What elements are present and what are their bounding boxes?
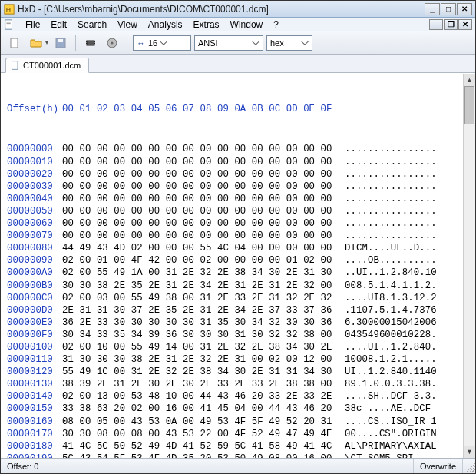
hex-row[interactable]: 0000014002 00 13 00 53 48 10 00 44 43 46… [7,390,475,403]
hex-row[interactable]: 0000008044 49 43 4D 02 00 00 00 55 4C 04… [7,242,475,254]
hex-row[interactable]: 000000E036 2E 33 30 30 30 30 30 31 35 30… [7,317,475,329]
hex-bytes-cell[interactable]: 36 2E 33 30 30 30 30 30 31 35 30 34 32 3… [62,317,345,329]
hex-bytes-cell[interactable]: 2E 31 31 30 37 2E 35 2E 31 2E 34 2E 37 3… [62,304,345,317]
hex-row[interactable]: 0000007000 00 00 00 00 00 00 00 00 00 00… [7,230,475,242]
hex-editor[interactable]: Offset(h) 00 01 02 03 04 05 06 07 08 09 … [1,73,475,458]
menu-edit[interactable]: Edit [46,18,71,31]
hex-row[interactable]: 0000016008 00 05 00 43 53 0A 00 49 53 4F… [7,416,475,428]
hex-bytes-cell[interactable]: 00 00 00 00 00 00 00 00 00 00 00 00 00 0… [62,205,345,217]
hex-row[interactable]: 0000002000 00 00 00 00 00 00 00 00 00 00… [7,168,475,181]
hex-bytes-cell[interactable]: 02 00 13 00 53 48 10 00 44 43 46 20 33 2… [62,390,345,403]
hex-bytes-cell[interactable]: 02 00 03 00 55 49 38 00 31 2E 33 2E 31 3… [62,292,345,304]
hex-bytes-cell[interactable]: 5C 43 54 5F 53 4F 4D 35 20 53 50 49 08 0… [62,452,345,458]
save-button[interactable] [51,35,70,51]
ascii-cell[interactable]: ................ [345,217,437,230]
scroll-thumb[interactable] [464,86,474,124]
hex-row[interactable]: 0000010002 00 10 00 55 49 14 00 31 2E 32… [7,341,475,353]
hex-bytes-cell[interactable]: 02 00 55 49 1A 00 31 2E 32 2E 38 34 30 2… [62,267,345,279]
charset-combo[interactable]: ANSI [194,35,263,51]
hex-bytes-cell[interactable]: 02 00 10 00 55 49 14 00 31 2E 32 2E 38 3… [62,341,345,353]
ascii-cell[interactable]: 00....CS".ORIGIN [345,428,437,440]
ascii-cell[interactable]: ....UI..1.2.840. [345,341,437,353]
hex-row[interactable]: 0000001000 00 00 00 00 00 00 00 00 00 00… [7,156,475,168]
mdi-close-button[interactable]: ✕ [458,19,472,30]
hex-bytes-cell[interactable]: 00 00 00 00 00 00 00 00 00 00 00 00 00 0… [62,193,345,205]
ascii-cell[interactable]: 008.5.1.4.1.1.2. [345,280,437,292]
ascii-cell[interactable]: 10008.1.2.1..... [345,353,437,366]
hex-row[interactable]: 0000005000 00 00 00 00 00 00 00 00 00 00… [7,205,475,217]
mdi-minimize-button[interactable]: _ [429,19,443,30]
new-button[interactable] [5,35,24,51]
menu-analysis[interactable]: Analysis [144,18,187,31]
hex-bytes-cell[interactable]: 00 00 00 00 00 00 00 00 00 00 00 00 00 0… [62,217,345,230]
hex-bytes-cell[interactable]: 00 00 00 00 00 00 00 00 00 00 00 00 00 0… [62,156,345,168]
hex-row[interactable]: 0000003000 00 00 00 00 00 00 00 00 00 00… [7,181,475,193]
dropdown-arrow-icon[interactable]: ▾ [45,39,48,46]
file-tab[interactable]: CT000001.dcm [5,58,89,73]
ascii-cell[interactable]: ....SH..DCF 3.3. [345,390,437,403]
hex-bytes-cell[interactable]: 00 00 00 00 00 00 00 00 00 00 00 00 00 0… [62,143,345,155]
hex-row[interactable]: 000000F030 34 33 35 34 39 36 30 30 30 31… [7,329,475,341]
scroll-down-icon[interactable]: ▼ [464,446,475,458]
ascii-cell[interactable]: AL\PRIMARY\AXIAL [345,440,437,452]
ascii-cell[interactable]: 043549600010228. [345,329,437,341]
resize-grip-icon[interactable] [463,460,475,472]
hex-row[interactable]: 0000015033 38 63 20 02 00 16 00 41 45 04… [7,403,475,415]
menu-window[interactable]: Window [226,18,268,31]
ascii-cell[interactable]: ................ [345,205,437,217]
hex-row[interactable]: 000000D02E 31 31 30 37 2E 35 2E 31 2E 34… [7,304,475,317]
hex-bytes-cell[interactable]: 30 30 08 00 08 00 43 53 22 00 4F 52 49 4… [62,428,345,440]
hex-row[interactable]: 0000013038 39 2E 31 2E 30 2E 30 2E 33 2E… [7,378,475,390]
vertical-scrollbar[interactable]: ▲ ▼ [463,74,475,458]
close-button[interactable]: ✕ [457,3,472,15]
hex-row[interactable]: 0000004000 00 00 00 00 00 00 00 00 00 00… [7,193,475,205]
ascii-cell[interactable]: 6.30000015042006 [345,317,437,329]
hex-bytes-cell[interactable]: 33 38 63 20 02 00 16 00 41 45 04 00 44 4… [62,403,345,415]
ascii-cell[interactable]: ................ [345,168,437,181]
hex-bytes-cell[interactable]: 31 30 30 30 38 2E 31 2E 32 2E 31 00 02 0… [62,353,345,366]
base-combo[interactable]: hex [266,35,312,51]
hex-bytes-cell[interactable]: 38 39 2E 31 2E 30 2E 30 2E 33 2E 33 2E 3… [62,378,345,390]
scroll-up-icon[interactable]: ▲ [464,74,475,86]
hex-row[interactable]: 000000C002 00 03 00 55 49 38 00 31 2E 33… [7,292,475,304]
ascii-cell[interactable]: ................ [345,181,437,193]
menu-file[interactable]: File [21,18,45,31]
hex-row[interactable]: 0000000000 00 00 00 00 00 00 00 00 00 00… [7,143,475,155]
hex-bytes-cell[interactable]: 55 49 1C 00 31 2E 32 2E 38 34 30 2E 31 3… [62,366,345,378]
hex-bytes-cell[interactable]: 00 00 00 00 00 00 00 00 00 00 00 00 00 0… [62,230,345,242]
hex-row[interactable]: 0000006000 00 00 00 00 00 00 00 00 00 00… [7,217,475,230]
open-button[interactable] [27,35,45,51]
ascii-cell[interactable]: ..UI..1.2.840.10 [345,267,437,279]
minimize-button[interactable]: _ [425,3,440,15]
mdi-restore-button[interactable]: ❐ [444,19,458,30]
ascii-cell[interactable]: ....CS..ISO_IR 1 [345,416,437,428]
open-disk-button[interactable] [103,35,121,51]
menu-extras[interactable]: Extras [189,18,224,31]
hex-bytes-cell[interactable]: 30 30 38 2E 35 2E 31 2E 34 2E 31 2E 31 2… [62,280,345,292]
hex-row[interactable]: 000001905C 43 54 5F 53 4F 4D 35 20 53 50… [7,452,475,458]
hex-row[interactable]: 0000017030 30 08 00 08 00 43 53 22 00 4F… [7,428,475,440]
hex-bytes-cell[interactable]: 00 00 00 00 00 00 00 00 00 00 00 00 00 0… [62,181,345,193]
hex-row[interactable]: 0000009002 00 01 00 4F 42 00 00 02 00 00… [7,254,475,267]
menu-search[interactable]: Search [73,18,111,31]
hex-row[interactable]: 000000A002 00 55 49 1A 00 31 2E 32 2E 38… [7,267,475,279]
ascii-cell[interactable]: UI..1.2.840.1140 [345,366,437,378]
bytes-per-row-combo[interactable]: ↔ 16 [133,35,191,51]
ascii-cell[interactable]: ................ [345,193,437,205]
hex-bytes-cell[interactable]: 00 00 00 00 00 00 00 00 00 00 00 00 00 0… [62,168,345,181]
ascii-cell[interactable]: ................ [345,230,437,242]
hex-row[interactable]: 0000018041 4C 5C 50 52 49 4D 41 52 59 5C… [7,440,475,452]
hex-bytes-cell[interactable]: 08 00 05 00 43 53 0A 00 49 53 4F 5F 49 5… [62,416,345,428]
ascii-cell[interactable]: 38c ....AE..DCF [345,403,437,415]
open-ram-button[interactable] [81,35,100,51]
hex-row[interactable]: 000000B030 30 38 2E 35 2E 31 2E 34 2E 31… [7,280,475,292]
ascii-cell[interactable]: \CT_SOM5 SPI.... [345,452,437,458]
ascii-cell[interactable]: 89.1.0.0.3.3.38. [345,378,437,390]
ascii-cell[interactable]: ................ [345,156,437,168]
hex-bytes-cell[interactable]: 41 4C 5C 50 52 49 4D 41 52 59 5C 41 58 4… [62,440,345,452]
menu-help[interactable]: ? [269,18,283,31]
ascii-cell[interactable]: ....UI8.1.3.12.2 [345,292,437,304]
ascii-cell[interactable]: DICM....UL..Ð... [345,242,437,254]
hex-bytes-cell[interactable]: 44 49 43 4D 02 00 00 00 55 4C 04 00 D0 0… [62,242,345,254]
ascii-cell[interactable]: .1107.5.1.4.7376 [345,304,437,317]
